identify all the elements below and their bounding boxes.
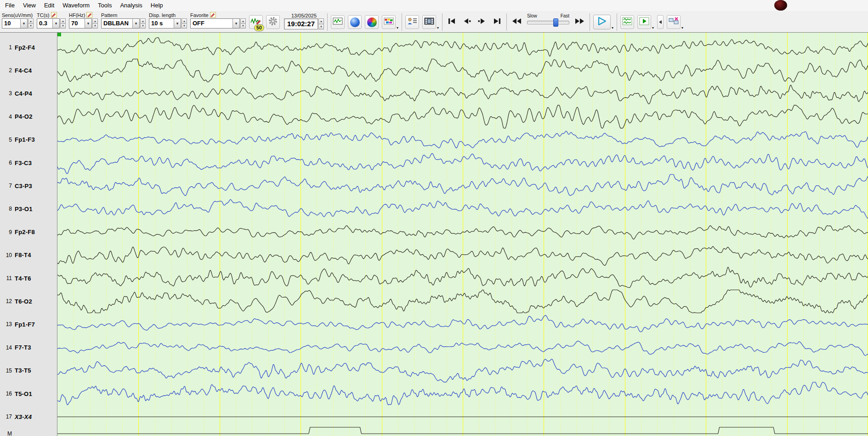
channel-row-P3-O1[interactable]: 8P3-O1: [0, 205, 57, 213]
channel-row-T3-T5[interactable]: 15T3-T5: [0, 367, 57, 375]
menu-bar: FileViewEditWaveformToolsAnalysisHelp: [0, 0, 868, 11]
auto-page-button[interactable]: [637, 15, 651, 29]
pattern-spinner-down-icon[interactable]: ▼: [140, 24, 146, 29]
rewind-button[interactable]: [510, 15, 524, 29]
favorite-spinner[interactable]: ▲▼: [240, 18, 246, 29]
video-button[interactable]: [422, 15, 436, 29]
fast-forward-button[interactable]: [573, 15, 586, 29]
play-button[interactable]: [593, 15, 611, 29]
channel-row-Fp1-F3[interactable]: 5Fp1-F3: [0, 136, 57, 144]
hf-spinner-up-icon[interactable]: ▲: [92, 18, 98, 24]
patient-info-button[interactable]: [405, 15, 419, 29]
menu-item-tools[interactable]: Tools: [94, 0, 116, 11]
favorite-label: Favorite: [190, 12, 209, 18]
channel-label: T4-T6: [15, 275, 31, 282]
favorite-edit-pencil-icon[interactable]: [210, 12, 216, 18]
channel-row-C4-P4[interactable]: 3C4-P4: [0, 89, 57, 98]
collapse-panel-button[interactable]: [657, 15, 664, 29]
channel-row-Fp2-F8[interactable]: 9Fp2-F8: [0, 228, 57, 236]
menu-item-analysis[interactable]: Analysis: [116, 0, 146, 11]
disp-length-dropdown-arrow-icon[interactable]: ▾: [174, 19, 181, 28]
channel-row-X3-X4[interactable]: 17X3-X4: [0, 413, 57, 421]
time-spinner-down-icon[interactable]: ▼: [318, 24, 324, 30]
sens-spinner[interactable]: ▲▼: [28, 18, 34, 29]
favorite-combobox[interactable]: OFF▾: [190, 18, 240, 29]
trend-monitor-button[interactable]: [331, 15, 345, 29]
tc-spinner-down-icon[interactable]: ▼: [60, 24, 66, 29]
hf-edit-pencil-icon[interactable]: [86, 12, 92, 18]
tc-combobox[interactable]: 0.3▾: [37, 18, 60, 29]
toolbar-separator: [590, 13, 590, 31]
video-group-chevron-icon[interactable]: ▾: [437, 26, 439, 30]
brain-map-button[interactable]: [348, 15, 362, 29]
sens-combobox[interactable]: 10▾: [2, 18, 28, 29]
favorite-value: OFF: [191, 19, 233, 28]
color-map-button[interactable]: [382, 15, 396, 29]
favorite-spinner-down-icon[interactable]: ▼: [240, 24, 246, 29]
pattern-spinner-up-icon[interactable]: ▲: [140, 18, 146, 24]
skip-to-start-button[interactable]: [446, 15, 458, 29]
menu-item-view[interactable]: View: [19, 0, 40, 11]
sens-dropdown-arrow-icon[interactable]: ▾: [20, 19, 27, 28]
hf-spinner-down-icon[interactable]: ▼: [92, 24, 98, 29]
spectral-map-button[interactable]: [365, 15, 379, 29]
sens-spinner-up-icon[interactable]: ▲: [28, 18, 34, 24]
channel-number: 13: [0, 321, 12, 327]
review-waves-button[interactable]: [620, 15, 634, 29]
channel-row-T6-O2[interactable]: 12T6-O2: [0, 297, 57, 305]
sens-spinner-down-icon[interactable]: ▼: [28, 24, 34, 29]
review-group-chevron-icon[interactable]: ▾: [652, 26, 654, 30]
play-group-chevron-icon[interactable]: ▾: [612, 26, 613, 30]
menu-item-edit[interactable]: Edit: [40, 0, 58, 11]
pattern-spinner[interactable]: ▲▼: [140, 18, 146, 29]
eeg-waveform-canvas[interactable]: [57, 33, 868, 436]
channel-row-C3-P3[interactable]: 7C3-P3: [0, 182, 57, 190]
channel-row-T5-O1[interactable]: 16T5-O1: [0, 390, 57, 398]
channel-row-F7-T3[interactable]: 14F7-T3: [0, 344, 57, 352]
map-group-chevron-icon[interactable]: ▾: [397, 26, 398, 30]
hf-spinner[interactable]: ▲▼: [92, 18, 98, 29]
disp-length-combobox[interactable]: 10 s▾: [149, 18, 181, 29]
network-disconnect-button[interactable]: [667, 15, 681, 29]
channel-row-F8-T4[interactable]: 10F8-T4: [0, 251, 57, 259]
speed-slider[interactable]: Slow Fast: [527, 13, 569, 24]
disp-length-spinner-down-icon[interactable]: ▼: [182, 24, 187, 29]
channel-row-P4-O2[interactable]: 4P4-O2: [0, 113, 57, 121]
channel-row-F4-C4[interactable]: 2F4-C4: [0, 66, 57, 75]
channel-row-F3-C3[interactable]: 6F3-C3: [0, 159, 57, 167]
time-spinner[interactable]: ▲ ▼: [318, 18, 324, 29]
pattern-dropdown-arrow-icon[interactable]: ▾: [132, 19, 139, 28]
channel-row-Fp2-F4[interactable]: 1Fp2-F4: [0, 43, 57, 52]
step-back-icon: [462, 18, 471, 26]
step-back-button[interactable]: [461, 15, 473, 29]
skip-to-end-button[interactable]: [491, 15, 503, 29]
network-group-chevron-icon[interactable]: ▾: [681, 26, 683, 30]
disp-length-spinner[interactable]: ▲▼: [182, 18, 187, 29]
menu-item-waveform[interactable]: Waveform: [58, 0, 94, 11]
speed-slider-track[interactable]: [527, 21, 569, 24]
montage-edit-button[interactable]: 50: [249, 15, 263, 29]
disp-length-spinner-up-icon[interactable]: ▲: [182, 18, 187, 24]
pattern-combobox[interactable]: DBLBAN▾: [101, 18, 140, 29]
time-spinner-up-icon[interactable]: ▲: [318, 18, 324, 24]
channel-row-T4-T6[interactable]: 11T4-T6: [0, 274, 57, 282]
favorite-spinner-up-icon[interactable]: ▲: [240, 18, 246, 24]
menu-item-help[interactable]: Help: [147, 0, 167, 11]
tc-spinner-up-icon[interactable]: ▲: [60, 18, 66, 24]
hf-dropdown-arrow-icon[interactable]: ▾: [85, 19, 91, 28]
channel-label: Fp2-F8: [15, 229, 35, 235]
tc-spinner[interactable]: ▲▼: [60, 18, 66, 29]
app-logo: [774, 0, 787, 11]
step-forward-button[interactable]: [476, 15, 488, 29]
hf-combobox[interactable]: 70▾: [69, 18, 92, 29]
menu-item-file[interactable]: File: [1, 0, 19, 11]
tc-dropdown-arrow-icon[interactable]: ▾: [52, 19, 59, 28]
tc-edit-pencil-icon[interactable]: [51, 12, 57, 18]
favorite-dropdown-arrow-icon[interactable]: ▾: [233, 19, 239, 28]
speed-slider-thumb[interactable]: [553, 18, 558, 27]
channel-row-Fp1-F7[interactable]: 13Fp1-F7: [0, 320, 57, 328]
blue-sphere-map-icon: [350, 17, 360, 27]
settings-gear-button[interactable]: [266, 15, 280, 29]
channel-row-M[interactable]: M: [0, 430, 57, 436]
step-forward-icon: [477, 18, 487, 26]
